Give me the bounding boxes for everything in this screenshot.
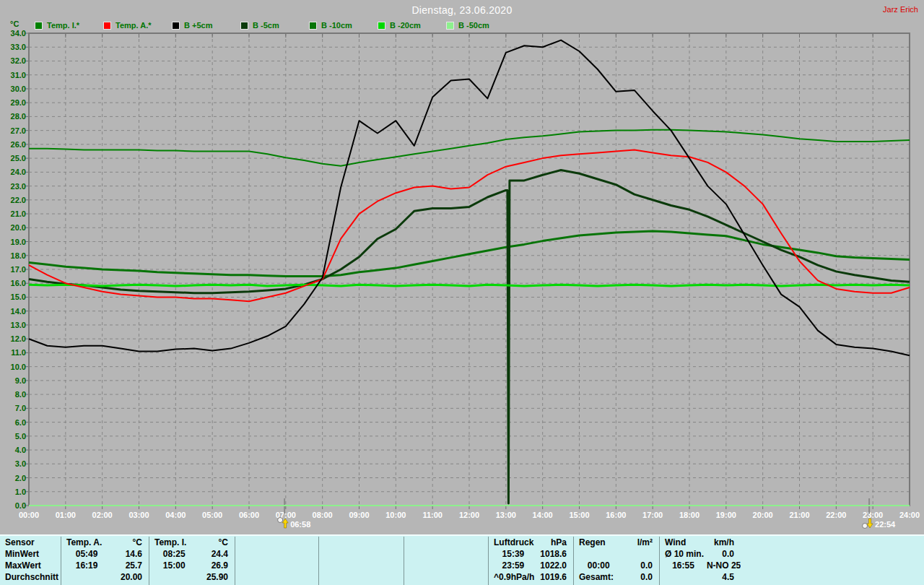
x-axis-label: 20:00: [753, 511, 773, 519]
x-axis-label: 17:00: [642, 511, 663, 519]
table-cell: [361, 548, 404, 560]
table-cell: km/h: [700, 537, 741, 548]
x-axis-label: 00:00: [19, 511, 39, 519]
table-cell: 26.9: [199, 560, 235, 571]
y-axis-label: 4.0: [15, 446, 26, 454]
table-cell: 4.5: [694, 571, 741, 583]
table-cell: [445, 548, 488, 560]
x-axis-label: 19:00: [716, 511, 736, 519]
table-cell: Temp. I.: [149, 537, 203, 548]
table-cell: Wind: [660, 537, 700, 548]
table-column-sensor: SensorMinWertMaxWertDurchschnitt: [0, 537, 61, 585]
table-cell: 00:00: [574, 560, 623, 571]
table-row: Windkm/h: [660, 537, 741, 548]
table-cell: Durchschnitt: [0, 571, 61, 583]
table-cell: 05:49: [61, 548, 112, 560]
table-row-label: MinWert: [0, 548, 61, 560]
table-cell: °C: [117, 537, 149, 548]
x-axis-label: 22:00: [826, 511, 846, 519]
table-row: 4.5: [660, 571, 741, 583]
table-row: [404, 571, 488, 583]
table-cell: [574, 548, 616, 560]
table-row: [319, 548, 404, 560]
table-cell: [235, 537, 276, 548]
sunrise-time-label: 06:58: [290, 520, 310, 529]
y-axis-label: 9.0: [15, 376, 26, 385]
y-axis-label: 8.0: [15, 390, 26, 399]
table-cell: Sensor: [0, 537, 61, 548]
table-cell: °C: [203, 537, 235, 548]
table-row-label: Durchschnitt: [0, 571, 61, 583]
table-cell: [404, 560, 445, 571]
table-row: 16:1925.7: [61, 560, 149, 571]
x-axis-label: 24:00: [899, 511, 920, 519]
table-row-label: MaxWert: [0, 560, 61, 571]
table-cell: Regen: [574, 537, 622, 548]
y-axis-label: 2.0: [15, 474, 26, 482]
table-row: [319, 571, 404, 583]
table-cell: 15:39: [489, 548, 538, 560]
y-axis-label: 24.0: [11, 168, 26, 176]
table-cell: 23:59: [489, 560, 538, 571]
table-row: [404, 537, 488, 548]
y-axis-label: 16.0: [11, 279, 26, 287]
y-axis-label: 27.0: [11, 126, 26, 135]
table-cell: [235, 571, 276, 583]
table-cell: 24.4: [199, 548, 235, 560]
table-cell: [445, 571, 488, 583]
table-cell: 08:25: [149, 548, 199, 560]
y-axis-label: 26.0: [11, 140, 26, 149]
table-row: 15:0026.9: [149, 560, 235, 571]
temperature-chart: 0.01.02.03.04.05.06.07.08.09.010.011.012…: [0, 0, 924, 534]
table-cell: [61, 571, 93, 583]
table-row-label: Sensor: [0, 537, 61, 548]
table-row: 00:000.0: [574, 560, 659, 571]
table-cell: 0.0: [713, 548, 741, 560]
x-axis-label: 05:00: [202, 511, 222, 519]
x-axis-label: 13:00: [496, 511, 516, 519]
y-axis-label: 7.0: [15, 404, 26, 412]
series-line-b-20cm: [29, 285, 910, 286]
table-cell: [276, 548, 319, 560]
table-column-regen: Regenl/m²00:000.0Gesamt:0.0: [573, 537, 659, 585]
y-axis-label: 3.0: [15, 459, 26, 468]
x-axis-label: 02:00: [92, 511, 113, 519]
table-cell: [235, 548, 276, 560]
y-axis-label: 19.0: [11, 238, 26, 246]
x-axis-label: 12:00: [459, 511, 479, 519]
table-cell: 25.7: [112, 560, 149, 571]
y-axis-label: 1.0: [15, 488, 26, 496]
table-row: ^0.9hPa/h1019.6: [489, 571, 573, 583]
table-row: Temp. A.°C: [61, 537, 149, 548]
table-row: [235, 548, 318, 560]
table-cell: Ø 10 min.: [660, 548, 713, 560]
table-row: [574, 548, 659, 560]
table-row: LuftdruckhPa: [489, 537, 573, 548]
table-cell: [149, 571, 180, 583]
x-axis-label: 09:00: [349, 511, 369, 519]
x-axis-label: 10:00: [385, 511, 406, 519]
table-cell: 16:19: [61, 560, 112, 571]
y-axis-label: 32.0: [11, 56, 26, 65]
y-axis-label: 18.0: [11, 251, 26, 260]
table-cell: [276, 560, 319, 571]
table-cell: [404, 548, 445, 560]
x-axis-label: 15:00: [569, 511, 589, 519]
y-axis-label: 34.0: [11, 29, 26, 38]
table-cell: MaxWert: [0, 560, 61, 571]
sunset-arrow-icon: [867, 519, 873, 528]
table-row: Temp. I.°C: [149, 537, 235, 548]
x-axis-label: 14:00: [533, 511, 553, 519]
table-column-temp-i-: Temp. I.°C08:2524.415:0026.925.90: [149, 537, 235, 585]
table-column-empty: [318, 537, 404, 585]
table-column-temp-a-: Temp. A.°C05:4914.616:1925.720.00: [61, 537, 149, 585]
table-column-luftdruck: LuftdruckhPa15:391018.623:591022.0^0.9hP…: [488, 537, 573, 585]
sunrise-arrow-icon: [282, 519, 288, 528]
table-cell: [404, 537, 445, 548]
table-cell: [361, 537, 404, 548]
table-cell: Gesamt:: [574, 571, 627, 583]
table-cell: 15:00: [149, 560, 199, 571]
table-cell: 0.0: [627, 571, 659, 583]
table-cell: hPa: [542, 537, 573, 548]
table-row: 05:4914.6: [61, 548, 149, 560]
